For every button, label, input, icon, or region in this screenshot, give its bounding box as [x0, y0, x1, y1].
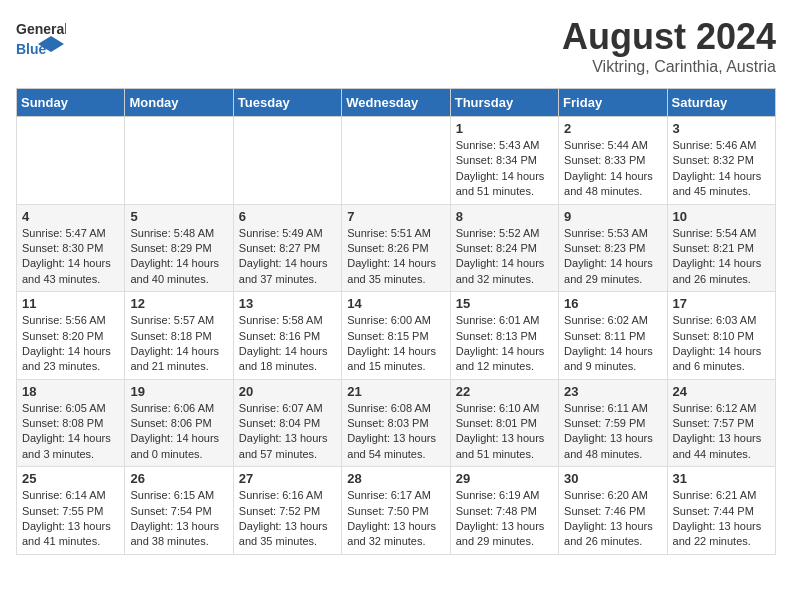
calendar-cell: 1Sunrise: 5:43 AM Sunset: 8:34 PM Daylig…	[450, 117, 558, 205]
day-info: Sunrise: 6:10 AM Sunset: 8:01 PM Dayligh…	[456, 401, 553, 463]
calendar-cell	[125, 117, 233, 205]
day-number: 25	[22, 471, 119, 486]
calendar-week-3: 11Sunrise: 5:56 AM Sunset: 8:20 PM Dayli…	[17, 292, 776, 380]
day-info: Sunrise: 6:19 AM Sunset: 7:48 PM Dayligh…	[456, 488, 553, 550]
calendar-table: SundayMondayTuesdayWednesdayThursdayFrid…	[16, 88, 776, 555]
day-info: Sunrise: 5:52 AM Sunset: 8:24 PM Dayligh…	[456, 226, 553, 288]
day-info: Sunrise: 5:49 AM Sunset: 8:27 PM Dayligh…	[239, 226, 336, 288]
day-info: Sunrise: 5:44 AM Sunset: 8:33 PM Dayligh…	[564, 138, 661, 200]
day-number: 5	[130, 209, 227, 224]
day-info: Sunrise: 6:01 AM Sunset: 8:13 PM Dayligh…	[456, 313, 553, 375]
day-info: Sunrise: 6:21 AM Sunset: 7:44 PM Dayligh…	[673, 488, 770, 550]
calendar-cell: 9Sunrise: 5:53 AM Sunset: 8:23 PM Daylig…	[559, 204, 667, 292]
day-info: Sunrise: 6:05 AM Sunset: 8:08 PM Dayligh…	[22, 401, 119, 463]
day-number: 13	[239, 296, 336, 311]
day-number: 8	[456, 209, 553, 224]
day-number: 7	[347, 209, 444, 224]
calendar-cell	[342, 117, 450, 205]
location: Viktring, Carinthia, Austria	[562, 58, 776, 76]
day-number: 22	[456, 384, 553, 399]
calendar-cell: 21Sunrise: 6:08 AM Sunset: 8:03 PM Dayli…	[342, 379, 450, 467]
calendar-cell: 12Sunrise: 5:57 AM Sunset: 8:18 PM Dayli…	[125, 292, 233, 380]
day-header-saturday: Saturday	[667, 89, 775, 117]
day-number: 9	[564, 209, 661, 224]
calendar-cell: 23Sunrise: 6:11 AM Sunset: 7:59 PM Dayli…	[559, 379, 667, 467]
day-header-wednesday: Wednesday	[342, 89, 450, 117]
day-info: Sunrise: 5:48 AM Sunset: 8:29 PM Dayligh…	[130, 226, 227, 288]
calendar-cell: 25Sunrise: 6:14 AM Sunset: 7:55 PM Dayli…	[17, 467, 125, 555]
day-number: 6	[239, 209, 336, 224]
day-number: 27	[239, 471, 336, 486]
day-header-thursday: Thursday	[450, 89, 558, 117]
calendar-cell: 24Sunrise: 6:12 AM Sunset: 7:57 PM Dayli…	[667, 379, 775, 467]
month-year: August 2024	[562, 16, 776, 58]
day-info: Sunrise: 5:53 AM Sunset: 8:23 PM Dayligh…	[564, 226, 661, 288]
day-info: Sunrise: 6:06 AM Sunset: 8:06 PM Dayligh…	[130, 401, 227, 463]
day-number: 3	[673, 121, 770, 136]
calendar-cell: 5Sunrise: 5:48 AM Sunset: 8:29 PM Daylig…	[125, 204, 233, 292]
calendar-cell: 17Sunrise: 6:03 AM Sunset: 8:10 PM Dayli…	[667, 292, 775, 380]
day-info: Sunrise: 5:56 AM Sunset: 8:20 PM Dayligh…	[22, 313, 119, 375]
days-header-row: SundayMondayTuesdayWednesdayThursdayFrid…	[17, 89, 776, 117]
day-number: 21	[347, 384, 444, 399]
day-info: Sunrise: 5:57 AM Sunset: 8:18 PM Dayligh…	[130, 313, 227, 375]
day-number: 20	[239, 384, 336, 399]
calendar-cell: 31Sunrise: 6:21 AM Sunset: 7:44 PM Dayli…	[667, 467, 775, 555]
calendar-header: SundayMondayTuesdayWednesdayThursdayFrid…	[17, 89, 776, 117]
day-number: 26	[130, 471, 227, 486]
day-number: 24	[673, 384, 770, 399]
day-info: Sunrise: 5:47 AM Sunset: 8:30 PM Dayligh…	[22, 226, 119, 288]
day-info: Sunrise: 6:14 AM Sunset: 7:55 PM Dayligh…	[22, 488, 119, 550]
day-info: Sunrise: 5:51 AM Sunset: 8:26 PM Dayligh…	[347, 226, 444, 288]
calendar-cell: 27Sunrise: 6:16 AM Sunset: 7:52 PM Dayli…	[233, 467, 341, 555]
calendar-cell	[17, 117, 125, 205]
day-info: Sunrise: 6:12 AM Sunset: 7:57 PM Dayligh…	[673, 401, 770, 463]
calendar-cell: 22Sunrise: 6:10 AM Sunset: 8:01 PM Dayli…	[450, 379, 558, 467]
header: GeneralBlue August 2024 Viktring, Carint…	[16, 16, 776, 76]
svg-text:Blue: Blue	[16, 41, 47, 57]
day-info: Sunrise: 5:46 AM Sunset: 8:32 PM Dayligh…	[673, 138, 770, 200]
calendar-cell: 13Sunrise: 5:58 AM Sunset: 8:16 PM Dayli…	[233, 292, 341, 380]
calendar-cell: 29Sunrise: 6:19 AM Sunset: 7:48 PM Dayli…	[450, 467, 558, 555]
calendar-week-4: 18Sunrise: 6:05 AM Sunset: 8:08 PM Dayli…	[17, 379, 776, 467]
day-number: 14	[347, 296, 444, 311]
day-number: 23	[564, 384, 661, 399]
day-info: Sunrise: 5:54 AM Sunset: 8:21 PM Dayligh…	[673, 226, 770, 288]
calendar-cell: 2Sunrise: 5:44 AM Sunset: 8:33 PM Daylig…	[559, 117, 667, 205]
day-number: 18	[22, 384, 119, 399]
day-number: 29	[456, 471, 553, 486]
day-info: Sunrise: 6:03 AM Sunset: 8:10 PM Dayligh…	[673, 313, 770, 375]
svg-text:General: General	[16, 21, 66, 37]
calendar-week-2: 4Sunrise: 5:47 AM Sunset: 8:30 PM Daylig…	[17, 204, 776, 292]
day-info: Sunrise: 6:00 AM Sunset: 8:15 PM Dayligh…	[347, 313, 444, 375]
day-number: 16	[564, 296, 661, 311]
day-number: 19	[130, 384, 227, 399]
title-section: August 2024 Viktring, Carinthia, Austria	[562, 16, 776, 76]
day-number: 12	[130, 296, 227, 311]
calendar-cell: 15Sunrise: 6:01 AM Sunset: 8:13 PM Dayli…	[450, 292, 558, 380]
calendar-cell: 8Sunrise: 5:52 AM Sunset: 8:24 PM Daylig…	[450, 204, 558, 292]
logo: GeneralBlue	[16, 16, 66, 61]
calendar-cell: 18Sunrise: 6:05 AM Sunset: 8:08 PM Dayli…	[17, 379, 125, 467]
calendar-week-1: 1Sunrise: 5:43 AM Sunset: 8:34 PM Daylig…	[17, 117, 776, 205]
day-number: 28	[347, 471, 444, 486]
day-header-friday: Friday	[559, 89, 667, 117]
day-info: Sunrise: 5:43 AM Sunset: 8:34 PM Dayligh…	[456, 138, 553, 200]
calendar-body: 1Sunrise: 5:43 AM Sunset: 8:34 PM Daylig…	[17, 117, 776, 555]
day-info: Sunrise: 6:15 AM Sunset: 7:54 PM Dayligh…	[130, 488, 227, 550]
generalblue-logo-icon: GeneralBlue	[16, 16, 66, 61]
day-number: 31	[673, 471, 770, 486]
day-number: 4	[22, 209, 119, 224]
day-number: 17	[673, 296, 770, 311]
day-header-sunday: Sunday	[17, 89, 125, 117]
calendar-cell: 3Sunrise: 5:46 AM Sunset: 8:32 PM Daylig…	[667, 117, 775, 205]
day-info: Sunrise: 6:02 AM Sunset: 8:11 PM Dayligh…	[564, 313, 661, 375]
calendar-cell	[233, 117, 341, 205]
calendar-cell: 26Sunrise: 6:15 AM Sunset: 7:54 PM Dayli…	[125, 467, 233, 555]
day-info: Sunrise: 6:17 AM Sunset: 7:50 PM Dayligh…	[347, 488, 444, 550]
day-number: 1	[456, 121, 553, 136]
calendar-week-5: 25Sunrise: 6:14 AM Sunset: 7:55 PM Dayli…	[17, 467, 776, 555]
day-info: Sunrise: 6:07 AM Sunset: 8:04 PM Dayligh…	[239, 401, 336, 463]
calendar-cell: 11Sunrise: 5:56 AM Sunset: 8:20 PM Dayli…	[17, 292, 125, 380]
day-number: 2	[564, 121, 661, 136]
